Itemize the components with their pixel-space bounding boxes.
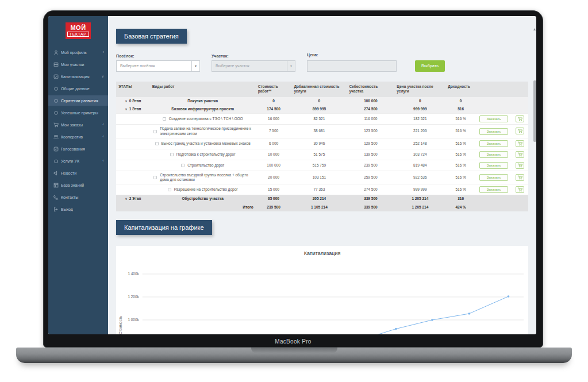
row-checkbox[interactable] xyxy=(163,117,166,121)
col-header-price-after: Цена участка после услуги xyxy=(394,82,445,98)
sidebar-item-plots[interactable]: Мои участки xyxy=(48,59,108,70)
table-row: Создание кооператива с ТЭО \ ТСН \ ООО 1… xyxy=(116,114,528,125)
table-row-stage1[interactable]: ∨1 Этап Базовая инфраструктура проекта 1… xyxy=(116,105,528,114)
cart-button[interactable] xyxy=(516,151,524,158)
chevron-left-icon xyxy=(102,122,104,127)
news-icon xyxy=(53,171,59,176)
logo-line1: МОЙ xyxy=(67,24,89,31)
col-header-added-value: Добавленная стоимость услуги xyxy=(291,82,347,98)
macbook-base xyxy=(16,348,572,363)
logo[interactable]: МОЙ ГЕКТАР xyxy=(66,22,91,39)
sidebar-item-label: Общие данные xyxy=(61,87,104,91)
table-row: Подача заявки на технологическое присоед… xyxy=(116,125,528,138)
scroll-up-icon[interactable] xyxy=(533,28,536,30)
radio-icon xyxy=(53,98,59,103)
table-header-row: ЭТАПЫ Виды работ Стоимость работ** Добав… xyxy=(116,82,528,98)
sidebar-item-label: Мои заказы xyxy=(61,123,100,127)
price-label: Цена: xyxy=(307,53,397,57)
col-header-selfcost: Себестоимость участка xyxy=(347,82,394,98)
macbook-screen: МОЙ ГЕКТАР Мой профиль Мои участки Капит… xyxy=(43,10,543,348)
sidebar: МОЙ ГЕКТАР Мой профиль Мои участки Капит… xyxy=(48,16,108,334)
cooperative-icon xyxy=(53,134,59,140)
table-row-total: Итого 239 5001 105 214 339 5001 205 214 … xyxy=(116,203,528,211)
svg-text:1 000k: 1 000k xyxy=(128,318,139,322)
sidebar-item-orders[interactable]: Мои заказы xyxy=(48,119,108,130)
cart-button[interactable] xyxy=(516,115,524,122)
sidebar-item-contacts[interactable]: Контакты xyxy=(48,192,108,202)
services-icon xyxy=(53,159,59,164)
sidebar-item-label: Мои участки xyxy=(61,63,104,67)
cart-button[interactable] xyxy=(516,174,524,181)
row-checkbox[interactable] xyxy=(153,130,157,133)
knowledge-base-icon xyxy=(53,183,59,188)
sidebar-item-news[interactable]: Новости xyxy=(48,168,108,178)
uchastok-label: Участок: xyxy=(212,54,295,58)
order-button[interactable]: Заказать xyxy=(479,151,508,158)
sidebar-item-label: Новости xyxy=(61,171,104,175)
cart-icon xyxy=(518,187,522,192)
order-button[interactable]: Заказать xyxy=(479,115,508,122)
radio-icon xyxy=(53,110,59,115)
macbook-pro-label: MacBook Pro xyxy=(44,338,543,345)
user-icon xyxy=(53,50,59,55)
cart-icon xyxy=(518,163,522,168)
sidebar-item-label: Капитализация xyxy=(61,75,99,79)
poselok-select[interactable]: Выберите посёлок ▾ xyxy=(116,60,200,72)
app-window: МОЙ ГЕКТАР Мой профиль Мои участки Капит… xyxy=(48,16,536,334)
cart-button[interactable] xyxy=(516,140,524,147)
row-checkbox[interactable] xyxy=(153,176,157,179)
col-header-cost: Стоимость работ** xyxy=(256,82,292,98)
chevron-left-icon xyxy=(102,50,104,55)
sidebar-item-label: Стратегии развития xyxy=(61,99,104,103)
table-row-stage0[interactable]: ∨0 Этап Покупка участка 00 100 0000 0 xyxy=(116,97,528,105)
row-checkbox[interactable] xyxy=(155,142,159,145)
cart-icon xyxy=(518,175,522,180)
order-button[interactable]: Заказать xyxy=(479,128,508,135)
sidebar-item-general-data[interactable]: Общие данные xyxy=(48,83,108,94)
row-checkbox[interactable] xyxy=(181,164,185,167)
sidebar-item-label: Контакты xyxy=(61,195,104,199)
cart-button[interactable] xyxy=(516,186,524,193)
order-button[interactable]: Заказать xyxy=(479,162,508,169)
order-button[interactable]: Заказать xyxy=(479,140,508,147)
table-row-stage2[interactable]: ∨2 Этап Обустройство участка 65 000205 2… xyxy=(116,195,528,203)
sidebar-item-success-examples[interactable]: Успешные примеры xyxy=(48,107,108,118)
chevron-down-icon: ▾ xyxy=(287,61,295,71)
price-input[interactable] xyxy=(307,60,397,72)
sidebar-item-label: Кооператив xyxy=(61,135,100,139)
sidebar-item-logout[interactable]: Выход xyxy=(48,204,108,214)
sidebar-item-knowledge-base[interactable]: База знаний xyxy=(48,180,108,190)
cart-button[interactable] xyxy=(516,162,524,169)
scrollbar[interactable] xyxy=(533,80,536,142)
total-label: Итого xyxy=(152,205,253,210)
sidebar-item-label: База знаний xyxy=(61,183,104,187)
sidebar-item-cooperative[interactable]: Кооператив xyxy=(48,132,108,142)
chevron-down-icon: ∨ xyxy=(125,99,127,103)
col-header-order xyxy=(476,82,512,98)
uchastok-select[interactable]: Выберите участок ▾ xyxy=(212,60,295,72)
sidebar-item-capitalization[interactable]: Капитализация xyxy=(48,71,108,82)
sidebar-item-profile[interactable]: Мой профиль xyxy=(48,47,108,57)
order-button[interactable]: Заказать xyxy=(479,186,508,193)
sidebar-item-label: Голосования xyxy=(61,147,104,151)
chart-title: Капитализация xyxy=(116,250,528,256)
sidebar-item-voting[interactable]: Голосования xyxy=(48,144,108,154)
sidebar-item-development-strategies[interactable]: Стратегии развития xyxy=(48,95,108,106)
logout-icon xyxy=(53,207,59,212)
select-button[interactable]: Выбрать xyxy=(415,60,445,72)
row-checkbox[interactable] xyxy=(170,153,174,156)
table-row: Строительство дорог 100 000515 759 239 5… xyxy=(116,160,528,171)
sidebar-item-label: Мой профиль xyxy=(61,51,100,55)
cart-button[interactable] xyxy=(516,128,524,134)
row-checkbox[interactable] xyxy=(168,188,171,191)
svg-text:Стоимость: Стоимость xyxy=(118,315,122,334)
radio-icon xyxy=(53,86,59,91)
sidebar-item-label: Услуги УК xyxy=(61,159,100,163)
order-button[interactable]: Заказать xyxy=(479,174,508,181)
chevron-down-icon: ∨ xyxy=(125,197,127,200)
chevron-down-icon: ▾ xyxy=(191,61,199,71)
sidebar-item-services[interactable]: Услуги УК xyxy=(48,156,108,166)
table-row: Разрешение на строительство дорог 15 000… xyxy=(116,184,528,195)
page-title: Базовая стратегия xyxy=(116,29,187,44)
strategy-table: ЭТАПЫ Виды работ Стоимость работ** Добав… xyxy=(116,82,528,211)
